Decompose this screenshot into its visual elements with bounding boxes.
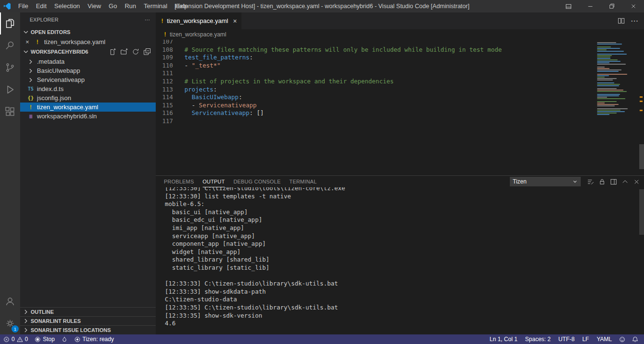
minimap[interactable] bbox=[595, 41, 637, 116]
activity-bar: 1 bbox=[0, 12, 20, 334]
explorer-icon[interactable] bbox=[0, 12, 20, 34]
close-editor-icon[interactable]: × bbox=[24, 38, 31, 46]
panel-tab-debug-console[interactable]: DEBUG CONSOLE bbox=[233, 176, 281, 187]
menu-view[interactable]: View bbox=[84, 0, 105, 12]
code-line[interactable]: 111 bbox=[156, 69, 644, 78]
breadcrumb[interactable]: ! tizen_workspace.yaml bbox=[156, 29, 644, 40]
refresh-icon[interactable] bbox=[132, 48, 139, 56]
output-console[interactable]: [12:33:30] C:\tizen-studio\tools\tizen-c… bbox=[156, 187, 644, 334]
close-window-button[interactable] bbox=[622, 0, 644, 12]
stop-icon bbox=[34, 336, 41, 343]
stop-button[interactable]: Stop bbox=[31, 334, 58, 344]
error-icon bbox=[3, 336, 10, 343]
tab-tizen-workspace-yaml[interactable]: ! tizen_workspace.yaml × bbox=[156, 12, 242, 29]
line-number: 115 bbox=[156, 102, 173, 110]
problems-status[interactable]: 0 0 bbox=[0, 334, 31, 344]
code-line[interactable]: 107 bbox=[156, 40, 644, 46]
eol[interactable]: LF bbox=[578, 336, 593, 343]
search-icon[interactable] bbox=[0, 34, 20, 57]
output-channel-select[interactable]: Tizen bbox=[510, 177, 581, 186]
minimize-button[interactable] bbox=[579, 0, 601, 12]
code-line[interactable]: 116 Servicenativeapp: [] bbox=[156, 109, 644, 117]
lock-icon[interactable] bbox=[598, 178, 606, 185]
code-line[interactable]: 110- "_test*" bbox=[156, 62, 644, 70]
language-mode[interactable]: YAML bbox=[593, 336, 616, 343]
panel-tab-problems[interactable]: PROBLEMS bbox=[164, 176, 194, 187]
panel-scrollbar[interactable] bbox=[639, 189, 644, 235]
code-text: - "_test*" bbox=[184, 62, 220, 70]
code-line[interactable]: 109test_file_patterns: bbox=[156, 54, 644, 62]
code-editor[interactable]: 107108# Source files matching these patt… bbox=[156, 40, 644, 175]
settings-gear-icon[interactable]: 1 bbox=[0, 312, 20, 334]
menu-go[interactable]: Go bbox=[105, 0, 121, 12]
menu-file[interactable]: File bbox=[14, 0, 32, 12]
menu-edit[interactable]: Edit bbox=[32, 0, 50, 12]
section-outline[interactable]: OUTLINE bbox=[20, 307, 156, 316]
encoding[interactable]: UTF-8 bbox=[554, 336, 578, 343]
menu-selection[interactable]: Selection bbox=[50, 0, 83, 12]
status-bar: 0 0 Stop Tizen: ready Ln 1, Col 1Spaces:… bbox=[0, 334, 644, 344]
tab-label: tizen_workspace.yaml bbox=[167, 17, 228, 24]
editor-more-icon[interactable]: ⋯ bbox=[631, 16, 638, 25]
open-editors-header[interactable]: OPEN EDITORS bbox=[20, 27, 156, 37]
clear-output-icon[interactable] bbox=[587, 178, 594, 185]
open-panel-editor-icon[interactable] bbox=[610, 178, 617, 185]
token: BasicUIwebapp bbox=[192, 93, 239, 101]
code-line[interactable]: 113projects: bbox=[156, 86, 644, 94]
collapse-all-icon[interactable] bbox=[143, 48, 151, 56]
open-editor-item[interactable]: ×!tizen_workspace.yaml bbox=[20, 37, 156, 46]
editor-group: ! tizen_workspace.yaml × ⋯ ! tizen_works… bbox=[156, 12, 644, 334]
new-folder-icon[interactable] bbox=[120, 48, 128, 56]
breadcrumb-file[interactable]: tizen_workspace.yaml bbox=[170, 31, 226, 38]
token: : bbox=[249, 54, 253, 61]
account-icon[interactable] bbox=[0, 290, 20, 312]
tree-item-jsconfig-json[interactable]: {}jsconfig.json bbox=[20, 93, 156, 103]
tree-item-tizen-workspace-yaml[interactable]: !tizen_workspace.yaml bbox=[20, 103, 156, 112]
split-editor-icon[interactable] bbox=[618, 17, 625, 24]
restore-button[interactable] bbox=[601, 0, 622, 12]
panel-header: PROBLEMSOUTPUTDEBUG CONSOLETERMINAL Tize… bbox=[156, 176, 644, 187]
explorer-more-icon[interactable]: ⋯ bbox=[145, 17, 150, 23]
editor-scrollbar[interactable] bbox=[639, 144, 644, 169]
output-line: [12:33:30] list templates -t native bbox=[165, 193, 644, 201]
menu-terminal[interactable]: Terminal bbox=[140, 0, 171, 12]
code-line[interactable]: 108# Source files matching these pattern… bbox=[156, 46, 644, 54]
tree-item-index-d-ts[interactable]: TSindex.d.ts bbox=[20, 84, 156, 93]
code-line[interactable]: 115 - Servicenativeapp bbox=[156, 102, 644, 110]
maximize-panel-icon[interactable] bbox=[621, 178, 629, 185]
code-text: Servicenativeapp: [] bbox=[184, 109, 264, 117]
layout-toggle-icon[interactable] bbox=[558, 0, 579, 12]
panel-tab-output[interactable]: OUTPUT bbox=[203, 176, 225, 187]
close-tab-icon[interactable]: × bbox=[233, 17, 237, 25]
section-sonarlint-issue-locations[interactable]: SONARLINT ISSUE LOCATIONS bbox=[20, 325, 156, 334]
code-text: projects: bbox=[184, 86, 217, 94]
menu-run[interactable]: Run bbox=[121, 0, 140, 12]
close-panel-icon[interactable] bbox=[633, 178, 640, 185]
token: projects bbox=[184, 86, 213, 93]
file-name: BasicUIwebapp bbox=[37, 67, 80, 74]
feedback-icon[interactable] bbox=[616, 334, 629, 344]
run-debug-icon[interactable] bbox=[0, 79, 20, 101]
sonarlint-status[interactable] bbox=[58, 334, 71, 344]
line-number: 108 bbox=[156, 46, 173, 54]
panel-tab-terminal[interactable]: TERMINAL bbox=[289, 176, 317, 187]
code-line[interactable]: 117 bbox=[156, 117, 644, 126]
tree-item-metadata[interactable]: .metadata bbox=[20, 57, 156, 66]
extensions-icon[interactable] bbox=[0, 101, 20, 123]
tree-item-workspacehybrid6-sln[interactable]: ≡workspacehybrid6.sln bbox=[20, 112, 156, 121]
target-icon bbox=[74, 336, 80, 343]
workspace-header[interactable]: WORKSPACEHYBRID6 bbox=[20, 46, 156, 57]
cursor-position[interactable]: Ln 1, Col 1 bbox=[486, 336, 521, 343]
section-sonarlint-rules[interactable]: SONARLINT RULES bbox=[20, 316, 156, 325]
indentation[interactable]: Spaces: 2 bbox=[521, 336, 554, 343]
source-control-icon[interactable] bbox=[0, 57, 20, 79]
code-line[interactable]: 112# List of projects in the workspace a… bbox=[156, 78, 644, 86]
output-line: component_app [native_app] bbox=[165, 240, 644, 248]
new-file-icon[interactable] bbox=[109, 48, 116, 56]
code-line[interactable]: 114 BasicUIwebapp: bbox=[156, 93, 644, 102]
notifications-bell[interactable] bbox=[629, 334, 644, 344]
output-channel-value: Tizen bbox=[513, 178, 527, 185]
tree-item-basicuiwebapp[interactable]: BasicUIwebapp bbox=[20, 66, 156, 75]
tizen-status[interactable]: Tizen: ready bbox=[71, 334, 117, 344]
tree-item-servicenativeapp[interactable]: Servicenativeapp bbox=[20, 75, 156, 84]
